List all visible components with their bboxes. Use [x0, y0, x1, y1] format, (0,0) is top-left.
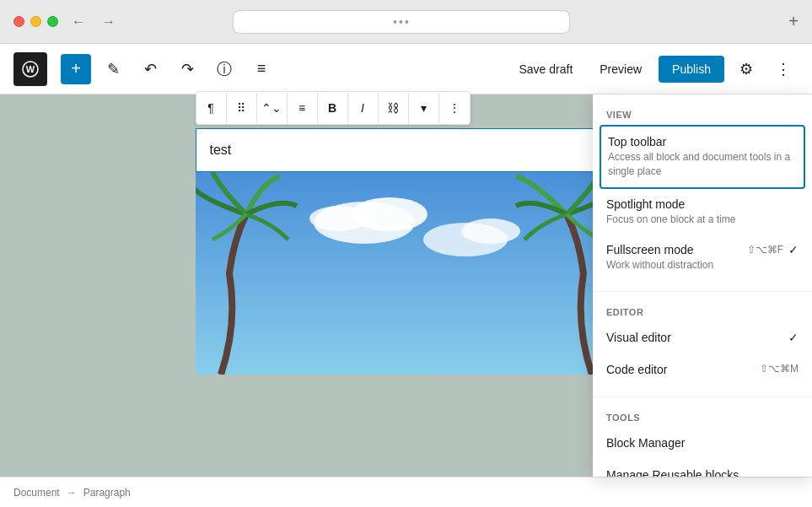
code-editor-shortcut: ⇧⌥⌘M — [760, 363, 799, 375]
view-section: VIEW Top toolbar Access all block and do… — [593, 94, 812, 292]
spotlight-title: Spotlight mode — [606, 197, 799, 211]
breadcrumb-document[interactable]: Document — [13, 487, 60, 499]
align-button[interactable]: ≡ — [288, 93, 318, 123]
chevron-down-icon: ▾ — [421, 101, 427, 115]
undo-icon: ↶ — [144, 60, 157, 78]
maximize-button[interactable] — [47, 16, 58, 27]
redo-icon: ↷ — [181, 60, 194, 78]
image-block[interactable] — [196, 172, 617, 375]
fullscreen-desc: Work without distraction — [606, 258, 740, 272]
wp-logo-icon: W — [22, 61, 39, 78]
wp-logo[interactable]: W — [13, 52, 47, 86]
add-block-button[interactable]: + — [61, 54, 91, 84]
address-bar[interactable]: ••• — [233, 10, 570, 34]
address-text: ••• — [393, 15, 411, 29]
block-wrapper: ¶ ⠿ ⌃⌄ ≡ B I ⛓ — [196, 128, 617, 375]
block-manager-title: Block Manager — [606, 436, 799, 450]
text-block[interactable]: test — [196, 128, 617, 172]
fullscreen-content: Fullscreen mode Work without distraction — [606, 243, 740, 272]
preview-button[interactable]: Preview — [589, 57, 652, 81]
visual-editor-content: Visual editor — [606, 331, 782, 346]
minimize-button[interactable] — [30, 16, 41, 27]
top-toolbar-content: Top toolbar Access all block and documen… — [608, 135, 797, 179]
spotlight-content: Spotlight mode Focus on one block at a t… — [606, 197, 799, 227]
italic-button[interactable]: I — [348, 93, 379, 123]
breadcrumb-arrow: → — [67, 487, 77, 499]
manage-reusable-title: Manage Reusable blocks — [606, 468, 799, 477]
breadcrumb-paragraph[interactable]: Paragraph — [83, 487, 131, 499]
tropical-image — [196, 172, 617, 375]
browser-chrome: ← → ••• + — [0, 0, 812, 44]
tools-section-label: TOOLS — [593, 407, 812, 428]
tools-icon: ✎ — [107, 60, 120, 78]
bold-icon: B — [328, 101, 336, 115]
new-tab-button[interactable]: + — [788, 12, 799, 31]
link-icon: ⛓ — [387, 101, 399, 115]
back-button[interactable]: ← — [68, 11, 89, 33]
top-toolbar-title: Top toolbar — [608, 135, 797, 148]
visual-editor-item[interactable]: Visual editor ✓ — [593, 322, 812, 354]
link-button[interactable]: ⛓ — [379, 93, 409, 123]
manage-reusable-item[interactable]: Manage Reusable blocks — [593, 460, 812, 477]
more-rich-text-button[interactable]: ▾ — [409, 93, 439, 123]
paragraph-type-button[interactable]: ¶ — [196, 93, 227, 123]
move-icon: ⌃⌄ — [261, 101, 282, 115]
view-options-menu: VIEW Top toolbar Access all block and do… — [593, 94, 812, 477]
manage-reusable-content: Manage Reusable blocks — [606, 468, 799, 477]
ellipsis-icon: ⋮ — [449, 101, 460, 115]
list-view-icon: ≡ — [257, 60, 266, 78]
block-manager-item[interactable]: Block Manager — [593, 428, 812, 460]
svg-text:W: W — [26, 64, 35, 74]
fullscreen-check: ✓ — [788, 243, 799, 256]
align-icon: ≡ — [298, 101, 305, 115]
block-toolbar: ¶ ⠿ ⌃⌄ ≡ B I ⛓ — [196, 91, 471, 125]
undo-button[interactable]: ↶ — [135, 54, 165, 84]
list-view-button[interactable]: ≡ — [246, 54, 277, 84]
code-editor-content: Code editor — [606, 363, 753, 378]
code-editor-item[interactable]: Code editor ⇧⌥⌘M — [593, 354, 812, 386]
editor-main: ¶ ⠿ ⌃⌄ ≡ B I ⛓ — [0, 94, 812, 477]
redo-button[interactable]: ↷ — [172, 54, 202, 84]
editor-section-label: EDITOR — [593, 302, 812, 322]
drag-handle-button[interactable]: ⠿ — [227, 93, 257, 123]
save-draft-button[interactable]: Save draft — [508, 57, 583, 81]
block-manager-content: Block Manager — [606, 436, 799, 451]
italic-icon: I — [361, 101, 364, 115]
fullscreen-mode-item[interactable]: Fullscreen mode Work without distraction… — [593, 235, 812, 281]
settings-icon: ⚙ — [739, 60, 753, 78]
publish-button[interactable]: Publish — [659, 56, 724, 83]
move-button[interactable]: ⌃⌄ — [257, 93, 288, 123]
drag-icon: ⠿ — [237, 101, 245, 115]
spotlight-desc: Focus on one block at a time — [606, 213, 799, 227]
svg-point-7 — [461, 218, 520, 244]
info-button[interactable]: ⓘ — [209, 54, 239, 84]
info-icon: ⓘ — [217, 59, 232, 79]
more-icon: ⋮ — [776, 60, 791, 78]
tools-section: TOOLS Block Manager Manage Reusable bloc… — [593, 397, 812, 477]
status-bar: Document → Paragraph — [0, 477, 812, 507]
visual-editor-title: Visual editor — [606, 331, 782, 344]
forward-button[interactable]: → — [99, 11, 119, 33]
fullscreen-shortcut: ⇧⌥⌘F — [747, 244, 783, 256]
top-toolbar-desc: Access all block and document tools in a… — [608, 150, 797, 179]
code-editor-title: Code editor — [606, 363, 753, 376]
view-section-label: VIEW — [593, 105, 812, 125]
text-content: test — [210, 143, 232, 157]
svg-point-5 — [309, 206, 368, 231]
bold-button[interactable]: B — [318, 93, 348, 123]
spotlight-mode-item[interactable]: Spotlight mode Focus on one block at a t… — [593, 189, 812, 235]
paragraph-icon: ¶ — [207, 101, 214, 115]
editor-section: EDITOR Visual editor ✓ Code editor ⇧⌥⌘M — [593, 292, 812, 397]
fullscreen-title: Fullscreen mode — [606, 243, 740, 256]
more-options-button[interactable]: ⋮ — [768, 54, 799, 84]
settings-button[interactable]: ⚙ — [731, 54, 761, 84]
traffic-lights — [13, 16, 58, 27]
tools-button[interactable]: ✎ — [98, 54, 128, 84]
top-toolbar-item[interactable]: Top toolbar Access all block and documen… — [600, 125, 805, 189]
block-more-button[interactable]: ⋮ — [439, 93, 470, 123]
visual-editor-check: ✓ — [788, 331, 799, 344]
editor-toolbar: W + ✎ ↶ ↷ ⓘ ≡ Save draft Preview Publish… — [0, 44, 812, 94]
add-icon: + — [71, 59, 81, 78]
close-button[interactable] — [13, 16, 24, 27]
